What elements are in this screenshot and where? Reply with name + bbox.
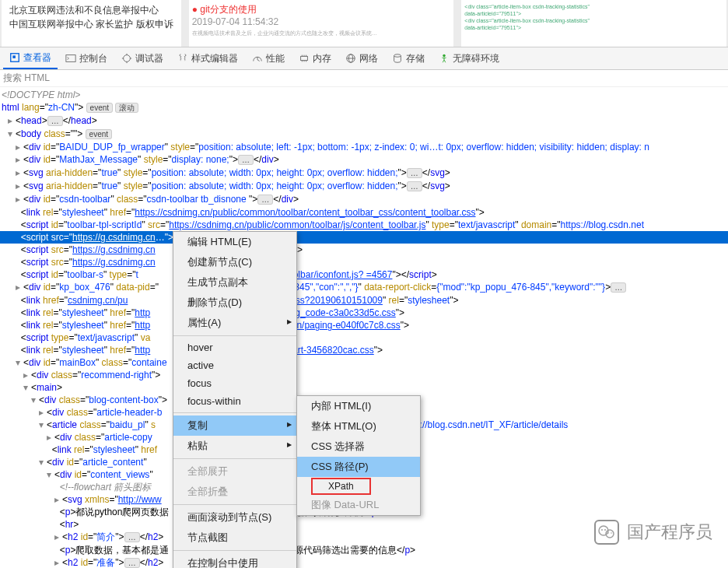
- footer-links-preview: 北京互联网违法和不良信息举报中心 中国互联网举报中心 家长监护 版权申诉: [2, 0, 181, 47]
- dom-node[interactable]: ▸<div id="BAIDU_DUP_fp_wrapper" style="p…: [0, 141, 728, 153]
- body-node[interactable]: ▾<body class=""> event: [0, 128, 728, 141]
- page-content-preview: 北京互联网违法和不良信息举报中心 中国互联网举报中心 家长监护 版权申诉 ● g…: [0, 0, 728, 47]
- dom-node[interactable]: <script src="https://g.csdnimg.cn pt>: [0, 256, 728, 268]
- inspector-icon: [9, 52, 20, 63]
- menu-collapse-all[interactable]: 全部折叠: [173, 482, 296, 502]
- dom-node[interactable]: ▸<div id="kp_box_476" data-pid=" :"kp_po…: [0, 281, 728, 294]
- dom-node[interactable]: <script src="https://g.csdnimg.cn </scri…: [0, 244, 728, 256]
- dom-node[interactable]: <script id="toolbar-s" type="t ng.cn/cdn…: [0, 268, 728, 281]
- dom-node[interactable]: <link href="csdnimg.cn/pu .1/indexSuperi…: [0, 294, 728, 307]
- dom-node[interactable]: ▸<h2 id="准备">…</h2>: [0, 556, 728, 568]
- storage-icon: [392, 53, 403, 64]
- svg-point-13: [607, 532, 609, 534]
- preview-line: 北京互联网违法和不良信息举报中心: [9, 3, 173, 17]
- tab-accessibility[interactable]: 无障碍环境: [432, 49, 506, 68]
- tab-debugger[interactable]: 调试器: [115, 49, 170, 68]
- menu-separator: [173, 504, 296, 505]
- svg-point-3: [124, 55, 131, 62]
- dom-node[interactable]: <link rel="stylesheet" href="http x/temp…: [0, 344, 728, 356]
- menu-separator: [173, 458, 296, 459]
- svg-point-14: [611, 532, 612, 534]
- svg-rect-1: [12, 55, 16, 58]
- memory-icon: [299, 53, 310, 64]
- submenu-css-path[interactable]: CSS 路径(P): [297, 457, 420, 477]
- expand-arrow-icon[interactable]: ▸: [8, 114, 16, 127]
- menu-focus-within[interactable]: focus-within: [173, 392, 296, 410]
- dom-node[interactable]: <link rel="stylesheet" href="http x/vend…: [0, 319, 728, 331]
- dom-node[interactable]: ▸<svg aria-hidden="true" style="position…: [0, 167, 728, 180]
- submenu-outer-html[interactable]: 整体 HTML(O): [297, 416, 420, 437]
- tab-console[interactable]: 控制台: [59, 49, 114, 68]
- submenu-xpath[interactable]: XPath: [297, 477, 420, 495]
- submenu-inner-html[interactable]: 内部 HTML(I): [297, 396, 420, 416]
- svg-point-11: [601, 529, 603, 531]
- menu-active[interactable]: active: [173, 356, 296, 374]
- tab-inspector[interactable]: 查看器: [3, 48, 58, 69]
- event-badge[interactable]: event: [86, 103, 113, 113]
- menu-screenshot-node[interactable]: 节点截图: [173, 528, 296, 548]
- html-node[interactable]: html lang="zh-CN"> event 滚动: [0, 101, 728, 114]
- dom-node[interactable]: ▾<div id="mainBox" class="containe: [0, 356, 728, 369]
- menu-separator: [173, 335, 296, 336]
- dom-node[interactable]: ▾<main>: [0, 381, 728, 394]
- menu-paste[interactable]: 粘贴: [173, 436, 296, 456]
- menu-hover[interactable]: hover: [173, 338, 296, 356]
- menu-focus[interactable]: focus: [173, 374, 296, 392]
- tab-style-editor[interactable]: 样式编辑器: [171, 49, 244, 68]
- tab-network[interactable]: 网络: [339, 49, 384, 68]
- thumbnail-preview-1: ● git分支的使用 2019-07-04 11:54:32 在视频电话技术普及…: [189, 0, 454, 47]
- menu-copy[interactable]: 复制: [173, 415, 296, 436]
- html-search-input[interactable]: 搜索 HTML: [0, 70, 728, 87]
- a11y-icon: [439, 53, 450, 64]
- submenu-image-data-url[interactable]: 图像 Data-URL: [297, 495, 420, 515]
- selected-dom-node[interactable]: <script src="https://g.csdnimg.cn…"></sc…: [0, 231, 728, 244]
- head-node[interactable]: ▸<head>…</head>: [0, 114, 728, 128]
- thumbnail-preview-2: <div class="article-item-box csdn-tracki…: [461, 0, 726, 47]
- svg-point-7: [394, 54, 401, 58]
- dom-node[interactable]: ▸<div id="csdn-toolbar" class="csdn-tool…: [0, 193, 728, 206]
- event-badge[interactable]: event: [86, 129, 112, 139]
- expand-arrow-icon[interactable]: ▾: [8, 128, 16, 140]
- watermark: 国产程序员: [594, 520, 712, 545]
- dom-node[interactable]: <link rel="stylesheet" href="https://csd…: [0, 206, 728, 219]
- svg-rect-2: [66, 55, 75, 62]
- dom-node[interactable]: <script id="toolbar-tpl-scriptId" src="h…: [0, 219, 728, 231]
- menu-separator: [173, 412, 296, 413]
- watermark-text: 国产程序员: [627, 521, 712, 544]
- menu-edit-html[interactable]: 编辑 HTML(E): [173, 232, 296, 252]
- dom-node[interactable]: <script type="text/javascript" va cript>: [0, 331, 728, 344]
- dom-node[interactable]: <link rel="stylesheet" href="http x/temp…: [0, 307, 728, 319]
- menu-use-in-console[interactable]: 在控制台中使用: [173, 553, 296, 568]
- dom-node[interactable]: ▸<div class="recommend-right">: [0, 369, 728, 381]
- menu-delete-node[interactable]: 删除节点(D): [173, 293, 296, 313]
- menu-separator: [173, 550, 296, 551]
- context-menu: 编辑 HTML(E) 创建新节点(C) 生成节点副本 删除节点(D) 属性(A)…: [173, 231, 297, 568]
- doctype-node[interactable]: <!DOCTYPE html>: [0, 89, 728, 101]
- dom-node[interactable]: ▸<div id="MathJax_Message" style="displa…: [0, 153, 728, 167]
- tab-performance[interactable]: 性能: [246, 49, 291, 68]
- menu-create-node[interactable]: 创建新节点(C): [173, 252, 296, 272]
- debugger-icon: [121, 53, 132, 64]
- tab-storage[interactable]: 存储: [386, 49, 431, 68]
- menu-expand-all[interactable]: 全部展开: [173, 461, 296, 482]
- menu-attributes[interactable]: 属性(A): [173, 313, 296, 333]
- devtools-tabs: 查看器 控制台 调试器 样式编辑器 性能 内存 网络 存储 无障碍环境: [0, 47, 728, 70]
- svg-rect-4: [301, 56, 308, 60]
- network-icon: [345, 53, 356, 64]
- tab-memory[interactable]: 内存: [292, 49, 338, 68]
- menu-scroll-to-node[interactable]: 画面滚动到节点(S): [173, 507, 296, 528]
- copy-submenu: 内部 HTML(I) 整体 HTML(O) CSS 选择器 CSS 路径(P) …: [296, 395, 421, 516]
- submenu-css-selector[interactable]: CSS 选择器: [297, 437, 420, 457]
- perf-icon: [252, 53, 263, 64]
- svg-point-8: [443, 54, 446, 58]
- console-icon: [65, 53, 76, 64]
- xpath-highlight-box: XPath: [311, 478, 371, 495]
- wechat-icon: [594, 520, 619, 545]
- style-icon: [177, 53, 188, 64]
- menu-duplicate-node[interactable]: 生成节点副本: [173, 272, 296, 293]
- scroll-badge[interactable]: 滚动: [115, 103, 138, 113]
- svg-point-12: [604, 529, 606, 531]
- dom-node[interactable]: ▸<svg aria-hidden="true" style="position…: [0, 180, 728, 193]
- dom-node[interactable]: <p>爬取数据，基本都是通 根据源代码筛选出需要的信息</p>: [0, 544, 728, 556]
- preview-line: 中国互联网举报中心 家长监护 版权申诉: [9, 17, 173, 31]
